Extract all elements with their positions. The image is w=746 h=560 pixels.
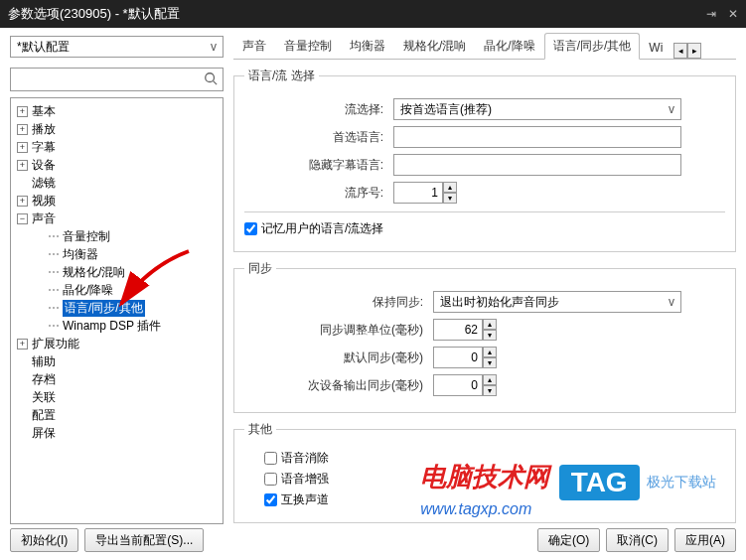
tree-view[interactable]: +基本+播放+字幕+设备滤镜+视频−声音⋯音量控制⋯均衡器⋯规格化/混响⋯晶化/… xyxy=(10,97,224,524)
tree-item[interactable]: 配置 xyxy=(13,406,221,424)
secondary-sync-input[interactable] xyxy=(433,374,483,396)
tree-item[interactable]: +播放 xyxy=(13,120,221,138)
tree-toggle-icon[interactable]: + xyxy=(17,142,28,153)
tree-toggle-icon[interactable] xyxy=(17,428,28,439)
tree-item[interactable]: +视频 xyxy=(13,192,221,210)
tree-item-label: 辅助 xyxy=(32,353,56,370)
keep-sync-value: 退出时初始化声音同步 xyxy=(440,294,559,311)
stream-no-label: 流序号: xyxy=(244,185,393,202)
tree-item[interactable]: ⋯规格化/混响 xyxy=(13,263,221,281)
secondary-sync-label: 次设备输出同步(毫秒) xyxy=(244,377,433,394)
tree-item[interactable]: +基本 xyxy=(13,102,221,120)
keep-sync-dropdown[interactable]: 退出时初始化声音同步 v xyxy=(433,291,681,313)
swap-channel-checkbox[interactable] xyxy=(264,493,277,506)
tab-sound[interactable]: 声音 xyxy=(233,33,275,59)
apply-button[interactable]: 应用(A) xyxy=(674,528,736,552)
tree-item[interactable]: ⋯晶化/降噪 xyxy=(13,281,221,299)
tree-item-label: 关联 xyxy=(32,389,56,406)
tree-item-label: 滤镜 xyxy=(32,175,56,192)
tab-normalize[interactable]: 规格化/混响 xyxy=(394,33,475,59)
default-sync-spinner[interactable]: ▴▾ xyxy=(433,347,497,368)
stream-no-input[interactable] xyxy=(393,182,443,204)
tree-toggle-icon[interactable]: + xyxy=(17,106,28,117)
tab-winamp[interactable]: Wi xyxy=(640,36,671,59)
tree-toggle-icon[interactable]: − xyxy=(17,213,28,224)
tree-item[interactable]: +字幕 xyxy=(13,138,221,156)
tree-item[interactable]: 屏保 xyxy=(13,424,221,442)
voice-enhance-checkbox[interactable] xyxy=(264,473,277,486)
tab-crystal[interactable]: 晶化/降噪 xyxy=(475,33,543,59)
tree-toggle-icon[interactable] xyxy=(17,392,28,403)
hide-sub-input[interactable] xyxy=(393,154,681,176)
tab-lang-sync[interactable]: 语言/同步/其他 xyxy=(544,33,641,60)
default-sync-label: 默认同步(毫秒) xyxy=(244,350,433,366)
export-button[interactable]: 导出当前配置(S)... xyxy=(84,528,204,552)
tree-item[interactable]: +设备 xyxy=(13,156,221,174)
spin-up-icon[interactable]: ▴ xyxy=(483,374,497,385)
ok-button[interactable]: 确定(O) xyxy=(537,528,600,552)
tree-item-label: 扩展功能 xyxy=(32,336,79,352)
tree-item[interactable]: +扩展功能 xyxy=(13,335,221,352)
tree-item[interactable]: ⋯语言/同步/其他 xyxy=(13,299,221,317)
tree-toggle-icon[interactable] xyxy=(17,178,28,189)
spin-down-icon[interactable]: ▾ xyxy=(443,193,457,204)
pin-icon[interactable]: ⇥ xyxy=(706,7,716,21)
init-button[interactable]: 初始化(I) xyxy=(10,528,78,552)
search-icon[interactable] xyxy=(203,71,219,88)
search-input[interactable] xyxy=(15,72,203,86)
spin-down-icon[interactable]: ▾ xyxy=(483,330,497,341)
tree-item[interactable]: 存档 xyxy=(13,370,221,388)
voice-cancel-checkbox[interactable] xyxy=(264,452,277,465)
spin-up-icon[interactable]: ▴ xyxy=(483,347,497,357)
chevron-down-icon: v xyxy=(211,40,217,54)
pref-lang-input[interactable] xyxy=(393,126,681,148)
tab-volume[interactable]: 音量控制 xyxy=(275,33,341,59)
config-dropdown[interactable]: *默认配置 v xyxy=(10,36,224,58)
tab-scroll-left[interactable]: ◂ xyxy=(673,43,687,59)
cancel-button[interactable]: 取消(C) xyxy=(606,528,669,552)
tree-toggle-icon[interactable]: + xyxy=(17,160,28,171)
tree-branch-icon: ⋯ xyxy=(47,283,61,297)
tree-branch-icon: ⋯ xyxy=(47,319,61,333)
remember-checkbox[interactable] xyxy=(244,222,257,235)
tree-toggle-icon[interactable] xyxy=(17,374,28,385)
tree-branch-icon: ⋯ xyxy=(47,229,61,243)
tab-eq[interactable]: 均衡器 xyxy=(341,33,394,59)
tree-branch-icon: ⋯ xyxy=(47,265,61,279)
stream-no-spinner[interactable]: ▴▾ xyxy=(393,182,457,204)
close-icon[interactable]: ✕ xyxy=(728,7,738,21)
spin-down-icon[interactable]: ▾ xyxy=(483,357,497,368)
spin-up-icon[interactable]: ▴ xyxy=(443,182,457,193)
search-box[interactable] xyxy=(10,68,224,91)
tree-item[interactable]: ⋯音量控制 xyxy=(13,227,221,245)
tree-item[interactable]: 辅助 xyxy=(13,352,221,370)
tree-item-label: 晶化/降噪 xyxy=(63,282,113,299)
tree-item[interactable]: −声音 xyxy=(13,210,221,227)
tree-toggle-icon[interactable]: + xyxy=(17,196,28,207)
secondary-sync-spinner[interactable]: ▴▾ xyxy=(433,374,497,396)
tree-item[interactable]: ⋯均衡器 xyxy=(13,245,221,263)
sync-unit-spinner[interactable]: ▴▾ xyxy=(433,319,497,341)
spin-down-icon[interactable]: ▾ xyxy=(483,385,497,396)
tree-item-label: 设备 xyxy=(32,157,56,174)
sync-unit-label: 同步调整单位(毫秒) xyxy=(244,322,433,339)
tree-item[interactable]: 关联 xyxy=(13,388,221,406)
tree-toggle-icon[interactable] xyxy=(17,356,28,367)
tree-item[interactable]: 滤镜 xyxy=(13,174,221,192)
sync-unit-input[interactable] xyxy=(433,319,483,341)
tree-toggle-icon[interactable] xyxy=(17,410,28,421)
svg-line-1 xyxy=(214,80,218,84)
tree-item-label: Winamp DSP 插件 xyxy=(63,318,161,335)
tree-item-label: 配置 xyxy=(32,407,56,424)
swap-channel-label: 互换声道 xyxy=(281,491,329,508)
tree-branch-icon: ⋯ xyxy=(47,247,61,261)
stream-select-dropdown[interactable]: 按首选语言(推荐) v xyxy=(393,98,681,120)
default-sync-input[interactable] xyxy=(433,347,483,368)
spin-up-icon[interactable]: ▴ xyxy=(483,319,497,330)
tab-scroll-right[interactable]: ▸ xyxy=(687,43,701,59)
tree-item-label: 播放 xyxy=(32,121,56,138)
tree-toggle-icon[interactable]: + xyxy=(17,339,28,350)
tree-item[interactable]: ⋯Winamp DSP 插件 xyxy=(13,317,221,335)
group-sync-legend: 同步 xyxy=(244,260,276,277)
tree-toggle-icon[interactable]: + xyxy=(17,124,28,135)
